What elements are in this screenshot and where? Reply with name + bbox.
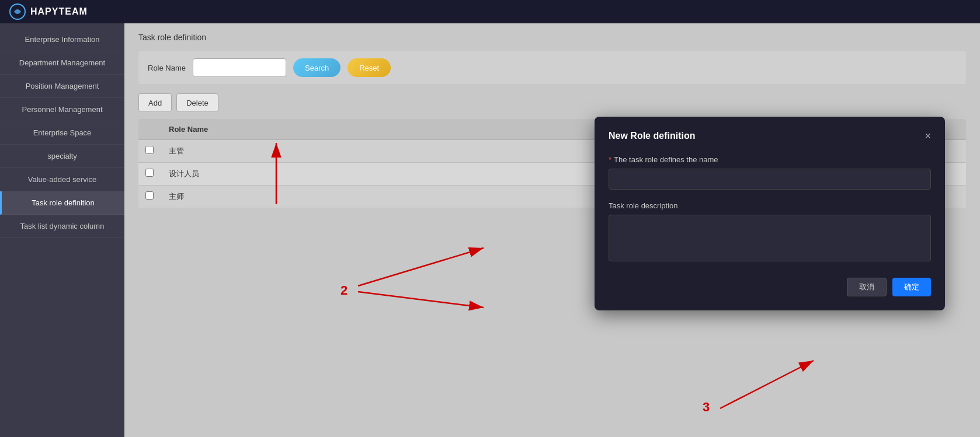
sidebar-item-enterprise-information[interactable]: Enterprise Information bbox=[0, 28, 124, 51]
app-name: HAPYTEAM bbox=[30, 6, 88, 17]
svg-line-5 bbox=[720, 361, 814, 408]
table-cell-checkbox-1 bbox=[138, 140, 162, 162]
app-header: HAPYTEAM bbox=[0, 0, 980, 23]
role-name-label: Role Name bbox=[148, 64, 186, 72]
search-bar: Role Name Search Reset bbox=[138, 51, 966, 84]
sidebar-item-task-list-dynamic-column[interactable]: Task list dynamic column bbox=[0, 215, 124, 238]
add-button[interactable]: Add bbox=[138, 93, 172, 112]
sidebar-item-position-management[interactable]: Position Management bbox=[0, 75, 124, 98]
confirm-button[interactable]: 确定 bbox=[892, 278, 931, 296]
delete-button[interactable]: Delete bbox=[176, 93, 218, 112]
action-bar: Add Delete bbox=[138, 93, 966, 112]
modal-title: New Role definition bbox=[609, 131, 695, 141]
sidebar: Enterprise Information Department Manage… bbox=[0, 23, 124, 437]
page-title: Task role definition bbox=[138, 33, 966, 42]
role-name-field-label: * The task role defines the name bbox=[609, 155, 931, 164]
svg-line-3 bbox=[358, 248, 484, 286]
main-layout: Enterprise Information Department Manage… bbox=[0, 23, 980, 437]
annotation-2: 2 bbox=[340, 283, 347, 298]
required-star: * bbox=[609, 155, 611, 164]
table-cell-checkbox-3 bbox=[138, 186, 162, 208]
modal-footer: 取消 确定 bbox=[609, 278, 931, 296]
role-description-field-label: Task role description bbox=[609, 201, 931, 210]
sidebar-item-personnel-management[interactable]: Personnel Management bbox=[0, 98, 124, 121]
row-checkbox-3[interactable] bbox=[145, 191, 154, 200]
logo-icon bbox=[9, 4, 26, 20]
cancel-button[interactable]: 取消 bbox=[847, 278, 887, 296]
row-checkbox-1[interactable] bbox=[145, 146, 154, 154]
modal-close-button[interactable]: × bbox=[925, 131, 931, 141]
sidebar-item-department-management[interactable]: Department Management bbox=[0, 51, 124, 75]
role-name-input[interactable] bbox=[609, 169, 931, 190]
new-role-modal: New Role definition × * The task role de… bbox=[595, 117, 945, 310]
sidebar-item-value-added-service[interactable]: Value-added service bbox=[0, 168, 124, 191]
table-header-checkbox bbox=[138, 119, 162, 139]
role-description-field: Task role description bbox=[609, 201, 931, 264]
role-description-textarea[interactable] bbox=[609, 215, 931, 261]
row-checkbox-2[interactable] bbox=[145, 169, 154, 177]
annotation-3: 3 bbox=[703, 400, 710, 415]
role-name-search-input[interactable] bbox=[193, 58, 286, 77]
reset-button[interactable]: Reset bbox=[347, 58, 391, 77]
role-name-field: * The task role defines the name bbox=[609, 155, 931, 190]
table-cell-checkbox-2 bbox=[138, 163, 162, 185]
logo: HAPYTEAM bbox=[9, 4, 88, 20]
modal-header: New Role definition × bbox=[609, 131, 931, 141]
sidebar-item-task-role-definition[interactable]: Task role definition bbox=[0, 191, 124, 215]
search-button[interactable]: Search bbox=[293, 58, 340, 77]
sidebar-item-specialty[interactable]: specialty bbox=[0, 145, 124, 168]
svg-line-4 bbox=[358, 292, 484, 307]
sidebar-item-enterprise-space[interactable]: Enterprise Space bbox=[0, 121, 124, 145]
content-area: Task role definition Role Name Search Re… bbox=[124, 23, 980, 437]
